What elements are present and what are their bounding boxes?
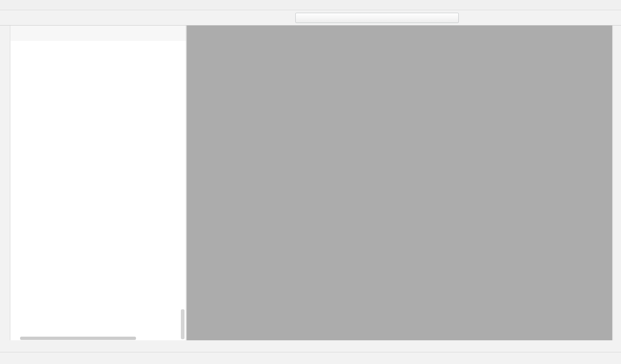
- tool-window-stripe-right: [613, 26, 621, 340]
- project-tool-window: [11, 26, 186, 340]
- navigation-bar: [0, 11, 621, 26]
- toolwindow-toggle-icon[interactable]: [3, 356, 9, 361]
- tool-window-bar: [0, 341, 621, 352]
- junit-run-config-icon: [299, 15, 304, 21]
- project-tree: [11, 42, 186, 340]
- intellij-logo-icon: [3, 2, 9, 8]
- tool-window-stripe-left: [0, 26, 10, 340]
- tool-window-icon: [15, 30, 21, 36]
- build-hammer-icon[interactable]: [282, 14, 290, 22]
- event-log-icon: [550, 344, 556, 349]
- vertical-scrollbar[interactable]: [181, 309, 185, 339]
- close-icon: [563, 2, 569, 8]
- minimize-icon: [505, 2, 511, 8]
- editor-area: [187, 26, 612, 340]
- minimize-button[interactable]: [505, 2, 511, 8]
- window-controls: [505, 2, 569, 8]
- maximize-button[interactable]: [534, 2, 540, 8]
- status-bar: [0, 353, 621, 364]
- horizontal-scrollbar[interactable]: [20, 337, 136, 340]
- run-configuration-select[interactable]: [295, 13, 459, 23]
- project-panel-header: [11, 26, 186, 41]
- close-button[interactable]: [563, 2, 569, 8]
- caret-down-icon[interactable]: [27, 31, 31, 35]
- dropdown-chevron-icon: [451, 16, 455, 20]
- title-bar: [0, 0, 621, 10]
- event-log-button[interactable]: [550, 344, 558, 349]
- maximize-icon: [534, 2, 540, 8]
